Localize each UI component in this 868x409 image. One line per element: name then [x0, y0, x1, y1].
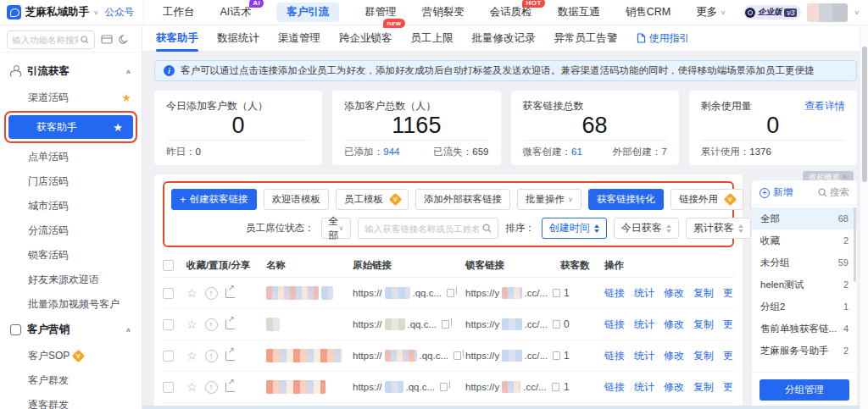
sidebar-item-store-code[interactable]: 门店活码 [0, 170, 142, 192]
action-copy[interactable]: 复制 [693, 349, 714, 363]
create-link-button[interactable]: 创建获客链接 [171, 189, 257, 210]
sidebar-item-order-code[interactable]: 点单活码 [0, 146, 142, 168]
section-customer-marketing[interactable]: 客户营销 [0, 318, 142, 342]
tab-staff-limit[interactable]: 员工上限 [411, 25, 453, 52]
group-item-favorites[interactable]: 收藏2 [752, 229, 857, 251]
action-link[interactable]: 链接 [604, 318, 625, 332]
group-item-presale[interactable]: 售前单独获客链...4 [752, 318, 857, 340]
copy-icon[interactable] [553, 351, 560, 360]
sort-today-acquired[interactable]: 今日获客 [614, 218, 679, 239]
row-checkbox[interactable] [163, 351, 174, 362]
chevron-down-icon[interactable] [93, 9, 99, 16]
tab-data-statistics[interactable]: 数据统计 [217, 25, 259, 52]
action-more[interactable]: 更多 [723, 286, 734, 301]
view-details-link[interactable]: 查看详情 [804, 99, 845, 113]
seat-status-select[interactable]: 全部 [321, 218, 352, 239]
panel-scrollbar[interactable] [854, 207, 856, 282]
sidebar-search-input[interactable] [12, 35, 78, 45]
sidebar-item-channel-code[interactable]: 渠道活码 [0, 86, 142, 108]
copy-icon[interactable] [552, 383, 559, 391]
group-item-helen-test[interactable]: helen测试2 [752, 274, 857, 296]
action-copy[interactable]: 复制 [693, 380, 714, 395]
tab-acquisition-assistant[interactable]: 获客助手 [156, 25, 198, 52]
menu-ai-script[interactable]: AI话术AI [220, 5, 252, 19]
horizontal-scrollbar[interactable] [142, 406, 860, 409]
group-manage-button[interactable]: 分组管理 [760, 379, 849, 401]
copy-icon[interactable] [440, 383, 448, 391]
action-more[interactable]: 更多 [723, 318, 734, 332]
action-copy[interactable]: 复制 [693, 318, 714, 332]
chevron-up-icon[interactable] [125, 327, 131, 334]
sort-create-time[interactable]: 创建时间 [542, 218, 607, 239]
copy-icon[interactable] [442, 320, 449, 329]
link-search-box[interactable] [358, 218, 498, 239]
action-edit[interactable]: 修改 [664, 286, 684, 301]
welcome-template-button[interactable]: 欢迎语模板 [264, 189, 330, 210]
group-item-service-assistant[interactable]: 芝麻服务号助手2 [752, 340, 857, 362]
menu-workbench[interactable]: 工作台 [163, 5, 195, 19]
tab-channel-management[interactable]: 渠道管理 [278, 25, 320, 52]
window-scrollbar[interactable] [860, 26, 868, 409]
share-external-icon[interactable] [225, 351, 236, 361]
action-stats[interactable]: 统计 [634, 349, 654, 363]
menu-chat-inspection[interactable]: 会话质检HOT [490, 5, 532, 19]
action-more[interactable]: 更多 [723, 349, 734, 363]
avatar[interactable] [807, 3, 848, 22]
sidebar-item-customer-broadcast[interactable]: 客户群发 [0, 369, 142, 391]
share-external-icon[interactable] [225, 319, 236, 329]
link-conversion-button[interactable]: 获客链接转化 [588, 189, 664, 210]
copy-icon[interactable] [553, 289, 560, 297]
sidebar-item-acquisition-assistant[interactable]: 获客助手 [8, 115, 133, 139]
group-item-ungrouped[interactable]: 未分组59 [752, 251, 857, 274]
favorite-star-icon[interactable] [186, 318, 198, 331]
group-search-button[interactable]: 搜索 [818, 186, 849, 199]
menu-customer-acquisition[interactable]: 客户引流 [276, 3, 339, 22]
menu-data-interchange[interactable]: 数据互通 [558, 5, 600, 19]
batch-operation-button[interactable]: 批量操作 [517, 189, 581, 210]
action-edit[interactable]: 修改 [664, 380, 684, 395]
star-icon[interactable] [121, 92, 131, 103]
dark-mode-moon-icon[interactable] [119, 35, 129, 45]
group-item-all[interactable]: 全部68 [752, 207, 857, 229]
tab-abnormal-staff-alert[interactable]: 异常员工告警 [554, 25, 618, 52]
action-stats[interactable]: 统计 [634, 380, 654, 395]
copy-icon[interactable] [553, 320, 560, 329]
sidebar-item-city-code[interactable]: 城市活码 [0, 195, 142, 217]
action-copy[interactable]: 复制 [693, 286, 714, 301]
favorite-star-icon[interactable] [186, 380, 198, 394]
action-link[interactable]: 链接 [604, 380, 625, 395]
row-checkbox[interactable] [163, 319, 174, 330]
usage-guide-link[interactable]: 使用指引 [637, 31, 690, 46]
menu-marketing-fission[interactable]: 营销裂变 [422, 5, 465, 19]
row-checkbox[interactable] [163, 288, 174, 299]
link-external-use-button[interactable]: 链接外用V [670, 189, 743, 210]
copy-icon[interactable] [447, 289, 454, 297]
favorite-star-icon[interactable] [186, 286, 198, 300]
chevron-up-icon[interactable] [125, 69, 131, 75]
add-external-link-button[interactable]: 添加外部获客链接 [415, 189, 510, 210]
scrollbar-thumb[interactable] [862, 47, 867, 182]
sidebar-item-chase-broadcast[interactable]: 逐客群发 [0, 394, 142, 409]
pin-top-icon[interactable] [205, 287, 218, 300]
group-item-group2[interactable]: 分组21 [752, 296, 857, 318]
copy-icon[interactable] [453, 351, 461, 360]
sort-total-acquired[interactable]: 累计获客 [686, 218, 751, 239]
action-edit[interactable]: 修改 [664, 318, 684, 332]
sidebar-item-lock-code[interactable]: 锁客活码 [0, 244, 142, 266]
menu-sales-crm[interactable]: 销售CRM [626, 5, 670, 19]
tab-cross-company-lock[interactable]: 跨企业锁客new [339, 25, 392, 52]
chevron-down-icon[interactable] [854, 9, 860, 16]
sidebar-item-split-code[interactable]: 分流活码 [0, 219, 142, 241]
menu-more[interactable]: 更多 [696, 5, 726, 19]
action-stats[interactable]: 统计 [634, 318, 654, 332]
pin-top-icon[interactable] [205, 381, 218, 394]
action-more[interactable]: 更多 [723, 380, 734, 395]
pin-top-icon[interactable] [205, 318, 218, 331]
sidebar-item-friend-source-welcome[interactable]: 好友来源欢迎语 [0, 268, 142, 290]
action-link[interactable]: 链接 [604, 349, 625, 363]
official-account-link[interactable]: 公众号 [105, 6, 135, 19]
link-search-input[interactable] [364, 224, 479, 234]
favorite-star-icon[interactable] [186, 349, 198, 362]
tab-batch-modify-records[interactable]: 批量修改记录 [472, 25, 536, 52]
menu-group-management[interactable]: 群管理 [364, 5, 397, 19]
